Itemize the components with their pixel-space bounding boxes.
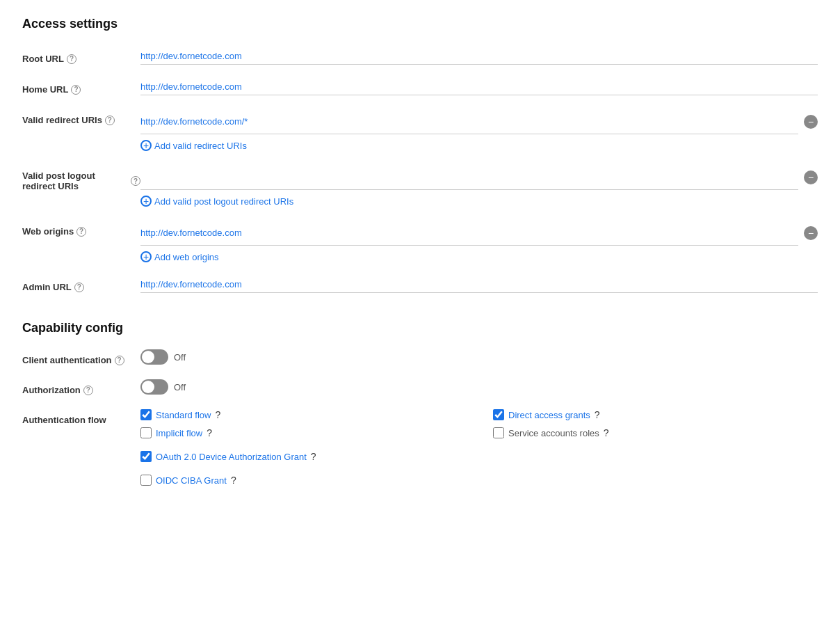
oidc-ciba-grant-checkbox[interactable] [140,475,152,486]
valid-redirect-uris-label: Valid redirect URIs ? [22,109,140,125]
web-origins-input-row: − [140,221,818,246]
home-url-control [140,79,818,95]
home-url-help-icon[interactable]: ? [71,85,81,95]
valid-post-logout-remove-button[interactable]: − [804,170,818,184]
service-accounts-roles-item: Service accounts roles ? [493,427,818,438]
valid-redirect-uris-input-row: − [140,109,818,134]
add-valid-redirect-uris-icon: + [140,140,152,151]
authorization-toggle[interactable] [140,379,168,395]
client-authentication-label: Client authentication ? [22,349,140,365]
add-valid-post-logout-icon: + [140,196,152,207]
valid-post-logout-input[interactable] [140,165,798,190]
admin-url-row: Admin URL ? [22,276,818,293]
valid-redirect-uris-input[interactable] [140,109,798,134]
service-accounts-roles-checkbox[interactable] [493,427,504,438]
authorization-help-icon[interactable]: ? [83,386,93,395]
root-url-label: Root URL ? [22,48,140,64]
web-origins-remove-button[interactable]: − [804,226,818,240]
client-authentication-off-label: Off [174,352,186,363]
service-accounts-roles-help-icon[interactable]: ? [604,427,609,438]
oauth2-device-authorization-grant-help-icon[interactable]: ? [311,451,316,462]
capability-config-title: Capability config [22,321,818,335]
implicit-flow-help-icon[interactable]: ? [207,427,212,438]
valid-redirect-uris-row: Valid redirect URIs ? − + Add valid redi… [22,109,818,151]
access-settings-title: Access settings [22,17,818,31]
authorization-label: Authorization ? [22,379,140,395]
authorization-off-label: Off [174,382,186,392]
valid-post-logout-control: − + Add valid post logout redirect URIs [140,165,818,207]
add-valid-redirect-uris-button[interactable]: + Add valid redirect URIs [140,140,247,151]
direct-access-grants-item: Direct access grants ? [493,409,818,420]
capability-config-section: Capability config Client authentication … [22,321,818,486]
home-url-label: Home URL ? [22,79,140,95]
add-web-origins-button[interactable]: + Add web origins [140,251,219,262]
web-origins-row: Web origins ? − + Add web origins [22,221,818,262]
home-url-input[interactable] [140,79,818,95]
implicit-flow-item: Implicit flow ? [140,427,465,438]
standard-flow-checkbox[interactable] [140,409,152,420]
web-origins-input[interactable] [140,221,798,246]
valid-redirect-uris-help-icon[interactable]: ? [105,116,115,125]
valid-post-logout-help-icon[interactable]: ? [131,176,140,186]
auth-flow-grid: Standard flow ? Direct access grants ? I… [140,409,818,438]
oidc-ciba-grant-help-icon[interactable]: ? [231,475,236,486]
authentication-flow-control: Standard flow ? Direct access grants ? I… [140,409,818,486]
root-url-control [140,48,818,65]
implicit-flow-checkbox[interactable] [140,427,152,438]
admin-url-input[interactable] [140,276,818,293]
valid-redirect-uris-remove-button[interactable]: − [804,115,818,129]
authentication-flow-row: Authentication flow Standard flow ? Dire… [22,409,818,486]
direct-access-grants-checkbox[interactable] [493,409,504,420]
admin-url-help-icon[interactable]: ? [74,283,84,292]
client-authentication-slider [140,349,168,365]
web-origins-help-icon[interactable]: ? [76,227,86,237]
add-web-origins-wrap: + Add web origins [140,251,818,262]
standard-flow-item: Standard flow ? [140,409,465,420]
client-authentication-row: Client authentication ? Off [22,349,818,365]
authorization-slider [140,379,168,395]
add-valid-redirect-uris-wrap: + Add valid redirect URIs [140,140,818,151]
oauth2-device-authorization-grant-item: OAuth 2.0 Device Authorization Grant ? [140,451,818,462]
valid-post-logout-input-row: − [140,165,818,190]
direct-access-grants-label: Direct access grants [508,410,590,420]
oidc-ciba-grant-item: OIDC CIBA Grant ? [140,475,818,486]
client-authentication-help-icon[interactable]: ? [115,356,124,365]
oidc-ciba-grant-label: OIDC CIBA Grant [156,475,227,486]
root-url-row: Root URL ? [22,48,818,65]
direct-access-grants-help-icon[interactable]: ? [595,409,600,420]
authorization-row: Authorization ? Off [22,379,818,395]
web-origins-label: Web origins ? [22,221,140,237]
add-valid-post-logout-button[interactable]: + Add valid post logout redirect URIs [140,196,293,207]
add-web-origins-icon: + [140,251,152,262]
add-valid-post-logout-wrap: + Add valid post logout redirect URIs [140,196,818,207]
admin-url-control [140,276,818,293]
standard-flow-label: Standard flow [156,410,211,420]
valid-post-logout-row: Valid post logout redirect URIs ? − + Ad… [22,165,818,207]
valid-redirect-uris-control: − + Add valid redirect URIs [140,109,818,151]
authentication-flow-label: Authentication flow [22,409,140,425]
web-origins-control: − + Add web origins [140,221,818,262]
client-authentication-toggle-wrap: Off [140,349,186,365]
valid-post-logout-label: Valid post logout redirect URIs ? [22,165,140,191]
home-url-row: Home URL ? [22,79,818,95]
authorization-toggle-wrap: Off [140,379,186,395]
root-url-input[interactable] [140,48,818,65]
service-accounts-roles-label: Service accounts roles [508,428,599,438]
root-url-help-icon[interactable]: ? [67,54,76,64]
standard-flow-help-icon[interactable]: ? [216,409,221,420]
oauth2-device-authorization-grant-checkbox[interactable] [140,451,152,462]
implicit-flow-label: Implicit flow [156,428,202,438]
admin-url-label: Admin URL ? [22,276,140,292]
oauth2-device-authorization-grant-label: OAuth 2.0 Device Authorization Grant [156,452,307,462]
client-authentication-toggle[interactable] [140,349,168,365]
